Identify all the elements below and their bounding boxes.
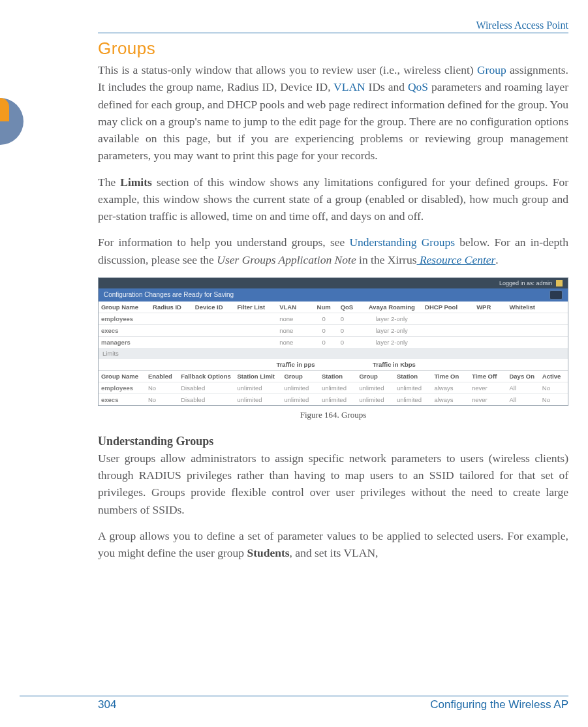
cell-qos: 0 <box>338 324 362 336</box>
subhead-kbps: Traffic in Kbps <box>356 359 431 371</box>
bold-limits: Limits <box>120 176 152 189</box>
limits-label: Limits <box>99 348 568 359</box>
limits-divider: Limits <box>99 348 568 359</box>
col-qos: QoS <box>338 302 362 313</box>
running-header: Wireless Access Point <box>98 20 568 33</box>
cell-vlan: none <box>277 324 309 336</box>
cell-g1: unlimited <box>281 382 319 394</box>
cell-group-name: execs <box>99 324 150 336</box>
cell-active: No <box>540 382 568 394</box>
cell-sl: unlimited <box>234 382 281 394</box>
table-row: employees none 0 0 layer 2-only <box>99 313 568 324</box>
cell-toff: never <box>469 382 507 394</box>
cell-num: 0 <box>310 336 338 348</box>
cell-group-name: managers <box>99 336 150 348</box>
figure-config-banner: Configuration Changes are Ready for Savi… <box>99 288 568 302</box>
cell-enabled: No <box>146 382 178 394</box>
limits-paragraph: The Limits section of this window shows … <box>98 174 568 225</box>
table-row: managers none 0 0 layer 2-only <box>99 336 568 348</box>
cell-s2: unlimited <box>394 394 432 405</box>
link-qos[interactable]: QoS <box>408 80 428 93</box>
login-label: Logged in as: admin <box>499 280 552 286</box>
text: section of this window shows any limitat… <box>98 176 568 223</box>
col2-fallback: Fallback Options <box>178 370 234 382</box>
cell-fallback: Disabled <box>178 394 234 405</box>
cell-g2: unlimited <box>356 382 394 394</box>
cell-vlan: none <box>277 313 309 324</box>
understanding-paragraph-1: User groups allow administrators to assi… <box>98 450 568 518</box>
cell-dayson: All <box>506 382 539 394</box>
cell-toff: never <box>469 394 507 405</box>
table-row: execs none 0 0 layer 2-only <box>99 324 568 336</box>
col-wpr: WPR <box>474 302 506 313</box>
col-vlan: VLAN <box>277 302 309 313</box>
cell-roam: layer 2-only <box>362 336 422 348</box>
cell-ton: always <box>431 394 469 405</box>
bold-students: Students <box>247 546 289 559</box>
cell-active: No <box>540 394 568 405</box>
text: in the Xirrus <box>356 253 417 266</box>
col-num: Num <box>310 302 338 313</box>
col2-time-on: Time On <box>431 370 469 382</box>
cell-group-name: employees <box>99 313 150 324</box>
cell-enabled: No <box>146 394 178 405</box>
link-understanding-groups[interactable]: Understanding Groups <box>349 236 455 249</box>
cell-s1: unlimited <box>319 382 357 394</box>
cell-s2: unlimited <box>394 382 432 394</box>
col-whitelist: Whitelist <box>506 302 568 313</box>
col2-days-on: Days On <box>506 370 539 382</box>
text: . <box>495 253 498 266</box>
cell-dayson: All <box>506 394 539 405</box>
col-device-id: Device ID <box>193 302 235 313</box>
subhead-pps: Traffic in pps <box>234 359 356 371</box>
figure-login-bar: Logged in as: admin <box>99 278 568 288</box>
section-heading-groups: Groups <box>98 39 568 59</box>
config-banner-text: Configuration Changes are Ready for Savi… <box>104 291 234 298</box>
cell-qos: 0 <box>338 313 362 324</box>
link-resource-center[interactable]: Resource Center <box>417 253 496 266</box>
col-dhcp: DHCP Pool <box>422 302 474 313</box>
text: The <box>98 176 120 189</box>
cell-num: 0 <box>310 313 338 324</box>
cell-sl: unlimited <box>234 394 281 405</box>
cell-name: employees <box>99 382 146 394</box>
link-group[interactable]: Group <box>477 63 506 76</box>
col2-group-name: Group Name <box>99 370 146 382</box>
col-radius-id: Radius ID <box>150 302 193 313</box>
col-filter-list: Filter List <box>234 302 277 313</box>
understanding-paragraph-2: A group allows you to define a set of pa… <box>98 527 568 562</box>
cell-roam: layer 2-only <box>362 324 422 336</box>
limits-table: Traffic in pps Traffic in Kbps Group Nam… <box>99 359 568 405</box>
col2-active: Active <box>540 370 568 382</box>
col2-kbps-group: Group <box>356 370 394 382</box>
link-vlan[interactable]: VLAN <box>333 80 365 93</box>
figure-groups: Logged in as: admin Configuration Change… <box>98 277 568 420</box>
save-icon <box>549 290 563 300</box>
footer-section-title: Configuring the Wireless AP <box>430 698 568 711</box>
col2-time-off: Time Off <box>469 370 507 382</box>
page-footer: 304 Configuring the Wireless AP <box>20 696 568 711</box>
text: This is a status-only window that allows… <box>98 63 477 76</box>
minimize-icon <box>556 280 563 286</box>
cell-fallback: Disabled <box>178 382 234 394</box>
cell-vlan: none <box>277 336 309 348</box>
text: IDs and <box>365 80 408 93</box>
col2-station-limit: Station Limit <box>234 370 281 382</box>
cell-s1: unlimited <box>319 394 357 405</box>
cell-num: 0 <box>310 324 338 336</box>
groups-table: Group Name Radius ID Device ID Filter Li… <box>99 302 568 359</box>
col2-pps-group: Group <box>281 370 319 382</box>
col2-kbps-station: Station <box>394 370 432 382</box>
table-row: employees No Disabled unlimited unlimite… <box>99 382 568 394</box>
cell-g1: unlimited <box>281 394 319 405</box>
figure-caption: Figure 164. Groups <box>98 410 568 420</box>
see-also-paragraph: For information to help you understand g… <box>98 234 568 268</box>
cell-g2: unlimited <box>356 394 394 405</box>
table-row: execs No Disabled unlimited unlimited un… <box>99 394 568 405</box>
cell-ton: always <box>431 382 469 394</box>
cell-roam: layer 2-only <box>362 313 422 324</box>
cell-name: execs <box>99 394 146 405</box>
cell-qos: 0 <box>338 336 362 348</box>
text: , and set its VLAN, <box>290 546 379 559</box>
italic-appnote: User Groups Application Note <box>217 253 356 266</box>
